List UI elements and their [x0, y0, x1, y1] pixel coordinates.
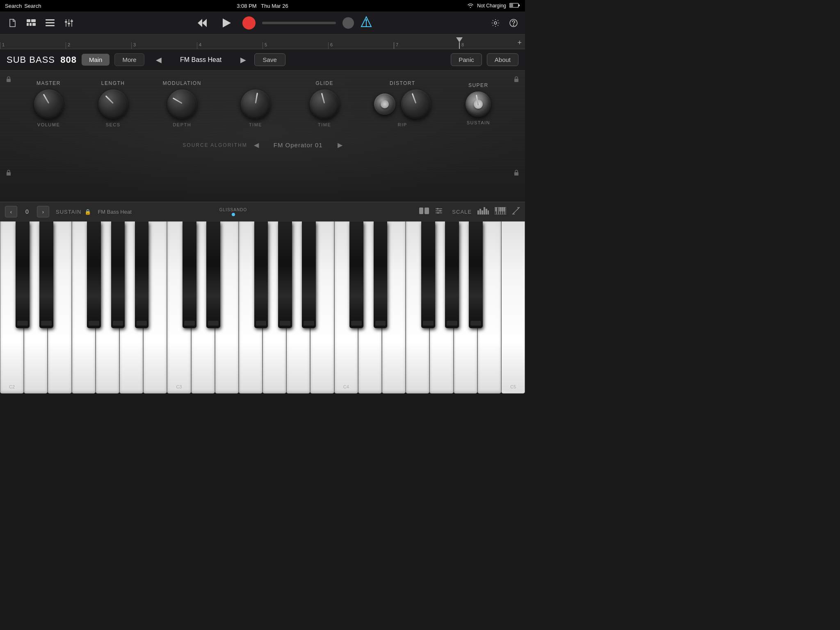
settings-button[interactable]: [489, 16, 502, 30]
black-key-1-1[interactable]: [206, 221, 220, 328]
search-label[interactable]: Search: [5, 3, 22, 9]
svg-rect-4: [31, 19, 36, 22]
resize-button[interactable]: [512, 207, 520, 217]
distort-knob[interactable]: [401, 89, 431, 119]
svg-rect-3: [27, 19, 30, 22]
ruler-marks: 1 2 3 4 5 6 7 8: [0, 42, 525, 49]
time-display: 3:08 PM: [237, 3, 256, 9]
ruler-7[interactable]: 7: [394, 42, 459, 49]
preset-prev-button[interactable]: ◀: [153, 54, 165, 66]
svg-rect-2: [510, 4, 513, 7]
length-secs-group: LENGTH SECS: [98, 80, 128, 127]
svg-rect-16: [71, 21, 73, 22]
volume-label: VOLUME: [37, 122, 60, 127]
mixer-button[interactable]: [62, 16, 76, 30]
black-key-2-0[interactable]: [349, 221, 363, 328]
length-label: LENGTH: [101, 80, 125, 86]
metronome-icon[interactable]: [361, 16, 372, 30]
time-label: TIME: [249, 122, 262, 127]
tab-more-button[interactable]: More: [114, 53, 144, 66]
loop-button[interactable]: [342, 17, 354, 29]
distort-label: DISTORT: [390, 80, 415, 86]
source-prev-button[interactable]: ◀: [254, 141, 259, 149]
mod-depth-knob[interactable]: [167, 89, 197, 119]
svg-rect-26: [7, 79, 11, 82]
black-key-1-4[interactable]: [302, 221, 316, 328]
black-key-1-0[interactable]: [183, 221, 196, 328]
record-button[interactable]: [242, 16, 256, 30]
black-key-1-3[interactable]: [278, 221, 292, 328]
black-key-2-1[interactable]: [374, 221, 388, 328]
about-button[interactable]: About: [487, 53, 518, 66]
glide-time-label: TIME: [318, 122, 331, 127]
glissando-dot: [232, 213, 235, 216]
svg-rect-27: [514, 79, 518, 82]
piano-keys-button[interactable]: [495, 207, 506, 216]
glide-time-knob[interactable]: [310, 89, 339, 119]
octave-down-button[interactable]: ‹: [5, 206, 17, 217]
black-key-0-2[interactable]: [87, 221, 101, 328]
octave-display: 0: [21, 208, 34, 215]
svg-rect-31: [425, 208, 429, 214]
ruler-6: 6: [328, 42, 394, 49]
black-key-2-4[interactable]: [469, 221, 483, 328]
source-next-button[interactable]: ▶: [338, 141, 342, 149]
panic-button[interactable]: Panic: [451, 53, 482, 66]
octave-up-button[interactable]: ›: [37, 206, 49, 217]
svg-rect-28: [7, 172, 11, 176]
svg-rect-7: [32, 23, 36, 26]
svg-rect-30: [419, 208, 423, 214]
lock-bottom-left: [4, 168, 13, 177]
split-view-button[interactable]: [419, 207, 429, 217]
scale-pattern-button[interactable]: [477, 207, 489, 216]
black-key-2-2[interactable]: [421, 221, 435, 328]
toolbar-center: [80, 16, 486, 30]
black-key-2-3[interactable]: [445, 221, 459, 328]
super-sustain-knob[interactable]: [466, 91, 491, 117]
status-left: Search Search: [5, 3, 41, 9]
svg-marker-18: [198, 19, 202, 27]
secs-label: SECS: [106, 122, 121, 127]
white-key-c5[interactable]: C5: [501, 221, 525, 394]
svg-rect-52: [502, 207, 503, 211]
list-view-button[interactable]: [43, 16, 57, 30]
date-display: Thu Mar 26: [261, 3, 288, 9]
ruler-3: 3: [131, 42, 197, 49]
scale-label: SCALE: [452, 209, 472, 215]
save-button[interactable]: Save: [254, 53, 285, 66]
distort-group: DISTORT RIP: [374, 80, 431, 127]
svg-rect-15: [68, 23, 70, 24]
preset-next-button[interactable]: ▶: [237, 54, 249, 66]
progress-bar[interactable]: [262, 22, 336, 24]
svg-point-36: [439, 210, 441, 212]
black-key-0-4[interactable]: [135, 221, 149, 328]
add-track-button[interactable]: +: [517, 39, 522, 47]
instrument-header: SUB BASS 808 Main More ◀ FM Bass Heat ▶ …: [0, 49, 525, 71]
preset-nav: ◀ FM Bass Heat ▶: [153, 54, 249, 66]
filter-button[interactable]: [435, 207, 443, 217]
lock-top-right: [512, 75, 521, 84]
mod-time-knob[interactable]: [241, 89, 270, 119]
black-key-0-0[interactable]: [16, 221, 30, 328]
svg-rect-8: [46, 19, 55, 21]
grid-view-button[interactable]: [24, 16, 39, 30]
depth-label: DEPTH: [173, 122, 191, 127]
svg-rect-6: [30, 23, 32, 26]
source-algorithm-row: SOURCE ALGORITHM ◀ FM Operator 01 ▶: [0, 135, 525, 152]
rip-knob[interactable]: [374, 94, 395, 115]
black-key-1-2[interactable]: [254, 221, 268, 328]
status-center: 3:08 PM Thu Mar 26: [237, 3, 288, 9]
instrument-title: SUB BASS 808: [7, 55, 77, 65]
help-button[interactable]: [507, 16, 520, 30]
play-button[interactable]: [218, 16, 236, 30]
ruler: 1 2 3 4 5 6 7 8 +: [0, 34, 525, 49]
black-key-0-1[interactable]: [39, 221, 53, 328]
black-key-0-3[interactable]: [111, 221, 125, 328]
length-secs-knob[interactable]: [98, 89, 128, 119]
tab-main-button[interactable]: Main: [82, 54, 110, 66]
master-volume-knob[interactable]: [34, 89, 64, 119]
new-file-button[interactable]: [5, 16, 20, 30]
rewind-button[interactable]: [193, 16, 211, 30]
svg-rect-14: [65, 21, 67, 23]
status-right: Not Charging: [467, 2, 520, 9]
